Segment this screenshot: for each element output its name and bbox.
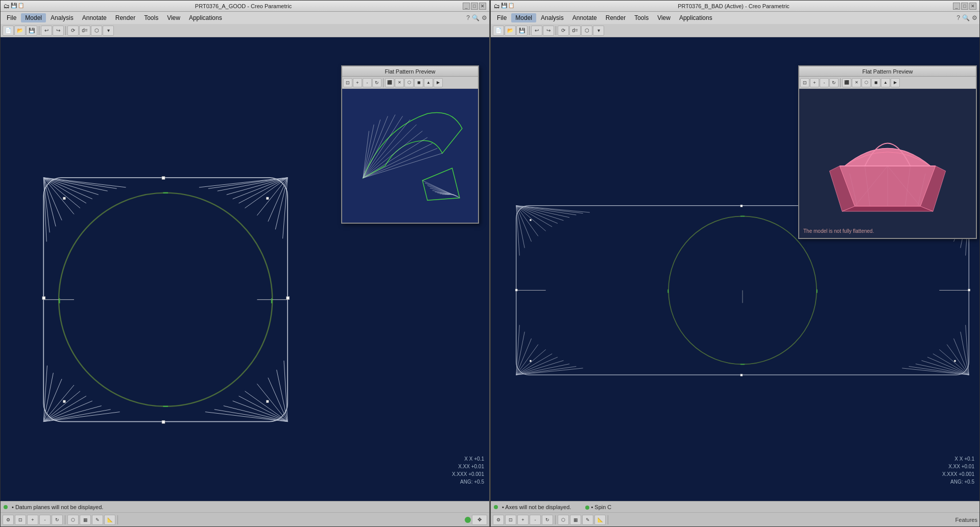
preview-zoom-in-left[interactable]: + [353, 78, 362, 87]
close-btn-right[interactable]: ✕ [969, 3, 976, 10]
bt-btn7-right[interactable]: ▦ [570, 515, 581, 525]
menu-applications-left[interactable]: Applications [185, 13, 226, 22]
bt-btn3-left[interactable]: + [27, 515, 38, 525]
minimize-btn-left[interactable]: _ [463, 3, 470, 10]
help-icon-right[interactable]: ? [957, 14, 960, 21]
menu-applications-right[interactable]: Applications [675, 13, 716, 22]
preview-btn3-left[interactable]: ⬡ [404, 78, 414, 87]
menu-tools-right[interactable]: Tools [630, 13, 653, 22]
svg-rect-48 [162, 176, 165, 179]
bt-btn4-left[interactable]: - [39, 515, 51, 525]
tb-redo-right[interactable]: ↪ [543, 26, 554, 36]
not-flattened-msg: The model is not fully flattened. [803, 228, 874, 234]
bt-btn9-right[interactable]: 📐 [594, 515, 606, 525]
svg-rect-50 [42, 297, 45, 300]
preview-zoom-in-right[interactable]: + [810, 78, 819, 87]
bt-sep1-left [65, 515, 65, 524]
tb-undo-left[interactable]: ↩ [41, 26, 52, 36]
bt-btn3-right[interactable]: + [517, 515, 529, 525]
status-dot-left [4, 505, 8, 509]
preview-btn1-right[interactable]: ⬛ [842, 78, 851, 87]
bt-btn2-left[interactable]: ⊡ [15, 515, 26, 525]
minimize-btn-right[interactable]: _ [953, 3, 960, 10]
svg-rect-140 [968, 289, 970, 291]
bt-btn8-left[interactable]: ✎ [92, 515, 103, 525]
help-icon-left[interactable]: ? [466, 14, 470, 21]
tb-more-left[interactable]: ▾ [103, 26, 114, 36]
tb-view2-left[interactable]: ⬡ [91, 26, 102, 36]
svg-rect-137 [740, 205, 743, 207]
preview-btn6-right[interactable]: ▶ [891, 78, 900, 87]
preview-zoom-fit-right[interactable]: ⊡ [800, 78, 809, 87]
tb-more-right[interactable]: ▾ [593, 26, 604, 36]
bt-btn6-right[interactable]: ⬡ [558, 515, 569, 525]
preview-btn2-left[interactable]: ✕ [395, 78, 404, 87]
settings-icon-right[interactable]: ⚙ [972, 14, 977, 21]
tb-new-right[interactable]: 📄 [493, 26, 504, 36]
close-btn-left[interactable]: ✕ [479, 3, 486, 10]
tb-view1-right[interactable]: d= [569, 26, 581, 36]
tb-undo-right[interactable]: ↩ [531, 26, 542, 36]
preview-zoom-out-left[interactable]: - [363, 78, 372, 87]
tb-view1-left[interactable]: d= [79, 26, 90, 36]
menu-tools-left[interactable]: Tools [140, 13, 162, 22]
window-right: 🗂 💾 📋 PRT0376_B_BAD (Active) - Creo Para… [490, 0, 980, 527]
menu-annotate-left[interactable]: Annotate [78, 13, 111, 22]
svg-rect-138 [740, 374, 743, 376]
bt-mode-left[interactable]: ✥ [472, 515, 487, 525]
preview-btn5-right[interactable]: ▲ [881, 78, 890, 87]
bt-btn7-left[interactable]: ▦ [80, 515, 91, 525]
menu-analysis-right[interactable]: Analysis [537, 13, 568, 22]
tb-open-right[interactable]: 📂 [505, 26, 516, 36]
menu-file-right[interactable]: File [493, 13, 511, 22]
tb-view2-right[interactable]: ⬡ [581, 26, 592, 36]
tb-regen-left[interactable]: ⟳ [67, 26, 79, 36]
bt-btn4-right[interactable]: - [530, 515, 541, 525]
maximize-btn-left[interactable]: □ [471, 3, 478, 10]
bt-btn1-right[interactable]: ⚙ [493, 515, 504, 525]
preview-btn5-left[interactable]: ▲ [424, 78, 433, 87]
menu-model-left[interactable]: Model [21, 13, 46, 22]
search-icon-right[interactable]: 🔍 [962, 14, 970, 21]
preview-rotate-left[interactable]: ↻ [372, 78, 381, 87]
menu-analysis-left[interactable]: Analysis [46, 13, 78, 22]
menu-file-left[interactable]: File [3, 13, 20, 22]
menu-render-right[interactable]: Render [602, 13, 630, 22]
svg-rect-139 [515, 289, 517, 291]
preview-zoom-out-right[interactable]: - [820, 78, 829, 87]
menu-render-left[interactable]: Render [111, 13, 139, 22]
features-label: Features [955, 517, 977, 523]
tb-redo-left[interactable]: ↪ [53, 26, 64, 36]
preview-rotate-right[interactable]: ↻ [829, 78, 839, 87]
bt-btn9-left[interactable]: 📐 [104, 515, 115, 525]
bt-btn1-left[interactable]: ⚙ [3, 515, 14, 525]
viewport-right[interactable]: X X +0.1 X.XX +0.01 X.XXX +0.001 ANG: +0… [491, 37, 979, 501]
viewport-left[interactable]: X X +0.1 X.XX +0.01 X.XXX +0.001 ANG: +0… [1, 37, 489, 501]
preview-btn4-left[interactable]: ◼ [414, 78, 423, 87]
bt-btn8-right[interactable]: ✎ [582, 515, 593, 525]
tb-new-left[interactable]: 📄 [3, 26, 14, 36]
menu-view-right[interactable]: View [653, 13, 675, 22]
bt-btn5-left[interactable]: ↻ [52, 515, 63, 525]
tb-save-left[interactable]: 💾 [26, 26, 37, 36]
title-bar-left: 🗂 💾 📋 PRT0376_A_GOOD - Creo Parametric _… [1, 1, 489, 12]
menu-model-right[interactable]: Model [511, 13, 536, 22]
maximize-btn-right[interactable]: □ [961, 3, 968, 10]
tb-save-right[interactable]: 💾 [516, 26, 528, 36]
menu-view-left[interactable]: View [163, 13, 184, 22]
search-icon-left[interactable]: 🔍 [472, 14, 480, 21]
preview-btn3-right[interactable]: ⬡ [862, 78, 871, 87]
preview-zoom-fit-left[interactable]: ⊡ [343, 78, 352, 87]
bt-btn2-right[interactable]: ⊡ [505, 515, 516, 525]
preview-btn6-left[interactable]: ▶ [434, 78, 443, 87]
preview-btn4-right[interactable]: ◼ [871, 78, 880, 87]
tb-regen-right[interactable]: ⟳ [558, 26, 569, 36]
menu-annotate-right[interactable]: Annotate [568, 13, 601, 22]
svg-rect-55 [266, 400, 269, 403]
tb-open-left[interactable]: 📂 [14, 26, 26, 36]
preview-btn1-left[interactable]: ⬛ [385, 78, 394, 87]
bt-btn5-right[interactable]: ↻ [542, 515, 553, 525]
settings-icon-left[interactable]: ⚙ [482, 14, 487, 21]
preview-btn2-right[interactable]: ✕ [852, 78, 861, 87]
bt-btn6-left[interactable]: ⬡ [67, 515, 79, 525]
